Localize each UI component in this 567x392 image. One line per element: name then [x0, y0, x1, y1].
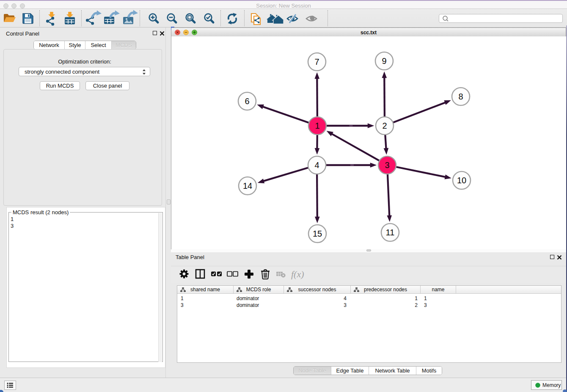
svg-text:7: 7: [314, 57, 319, 66]
svg-text:15: 15: [313, 229, 322, 238]
svg-text:10: 10: [457, 176, 466, 185]
svg-text:3: 3: [385, 160, 389, 170]
svg-text:14: 14: [243, 181, 252, 190]
svg-text:4: 4: [314, 160, 319, 170]
svg-text:8: 8: [458, 92, 463, 101]
svg-text:11: 11: [386, 228, 395, 237]
svg-text:1: 1: [315, 121, 319, 130]
svg-text:9: 9: [382, 56, 386, 66]
svg-text:f(x): f(x): [291, 269, 304, 279]
svg-text:6: 6: [245, 97, 249, 106]
svg-text:2: 2: [382, 121, 387, 130]
